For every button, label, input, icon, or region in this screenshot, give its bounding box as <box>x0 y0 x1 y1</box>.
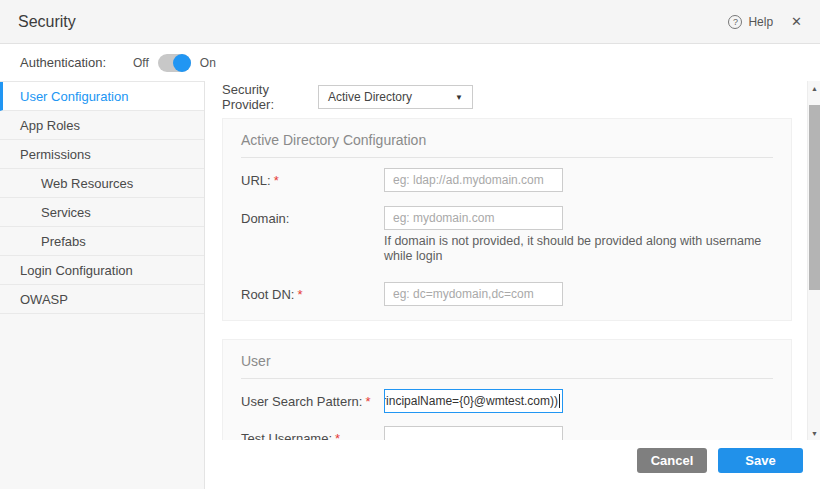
vertical-scrollbar[interactable]: ▲ ▼ <box>807 81 820 440</box>
security-provider-label: Security Provider: <box>222 82 318 112</box>
domain-input[interactable] <box>384 206 563 230</box>
panel-title: User <box>241 340 773 371</box>
toggle-knob <box>173 54 191 72</box>
user-search-pattern-field-row: User Search Pattern:* (userPrincipalName… <box>241 389 773 413</box>
sidebar-item-app-roles[interactable]: App Roles <box>0 111 204 140</box>
scroll-region: Security Provider: Active Directory ▼ Ac… <box>205 81 804 440</box>
required-asterisk: * <box>274 173 279 188</box>
domain-help-text: If domain is not provided, it should be … <box>384 234 773 264</box>
sidebar-item-label: Web Resources <box>41 176 133 191</box>
scrollbar-thumb[interactable] <box>809 105 820 290</box>
help-label: Help <box>748 15 773 29</box>
user-search-pattern-value: (userPrincipalName={0}@wmtest.com)) <box>384 394 558 408</box>
sidebar-item-label: OWASP <box>20 292 68 307</box>
toggle-on-label: On <box>200 56 216 70</box>
test-username-label: Test Username:* <box>241 431 384 441</box>
dialog-body: User Configuration App Roles Permissions… <box>0 81 820 489</box>
sidebar-item-login-configuration[interactable]: Login Configuration <box>0 256 204 285</box>
help-icon: ? <box>728 15 742 29</box>
sidebar-item-permissions[interactable]: Permissions <box>0 140 204 169</box>
main-content: Security Provider: Active Directory ▼ Ac… <box>205 81 820 489</box>
sidebar-item-label: Prefabs <box>41 234 86 249</box>
security-dialog: Security ? Help ✕ Authentication: Off On… <box>0 0 820 489</box>
url-label: URL:* <box>241 173 384 188</box>
domain-label: Domain: <box>241 211 384 226</box>
user-search-pattern-input[interactable]: (userPrincipalName={0}@wmtest.com)) <box>384 389 563 413</box>
sidebar-item-owasp[interactable]: OWASP <box>0 285 204 314</box>
root-dn-input[interactable] <box>384 282 563 306</box>
user-search-pattern-label: User Search Pattern:* <box>241 394 384 409</box>
sidebar-item-label: App Roles <box>20 118 80 133</box>
panel-title: Active Directory Configuration <box>241 119 773 150</box>
save-button[interactable]: Save <box>718 448 803 473</box>
close-icon[interactable]: ✕ <box>791 14 802 29</box>
security-provider-select[interactable]: Active Directory ▼ <box>318 85 473 109</box>
sidebar-item-user-configuration[interactable]: User Configuration <box>0 82 204 111</box>
sidebar-item-label: Services <box>41 205 91 220</box>
url-field-row: URL:* <box>241 168 773 192</box>
header-actions: ? Help ✕ <box>728 14 802 29</box>
scroll-up-icon[interactable]: ▲ <box>808 81 820 95</box>
sidebar-item-label: Login Configuration <box>20 263 133 278</box>
required-asterisk: * <box>297 287 302 302</box>
sidebar-item-web-resources[interactable]: Web Resources <box>0 169 204 198</box>
root-dn-field-row: Root DN:* <box>241 282 773 306</box>
chevron-down-icon: ▼ <box>455 93 463 102</box>
cancel-button[interactable]: Cancel <box>637 448 707 473</box>
test-username-input[interactable] <box>384 426 563 440</box>
sidebar: User Configuration App Roles Permissions… <box>0 81 205 489</box>
domain-field-row: Domain: <box>241 206 773 230</box>
authentication-toggle[interactable] <box>158 54 191 72</box>
authentication-label: Authentication: <box>20 55 106 70</box>
toggle-off-label: Off <box>133 56 149 70</box>
url-input[interactable] <box>384 168 563 192</box>
sidebar-item-prefabs[interactable]: Prefabs <box>0 227 204 256</box>
sidebar-item-label: Permissions <box>20 147 91 162</box>
page-title: Security <box>18 13 76 31</box>
text-cursor <box>559 394 560 408</box>
sidebar-item-label: User Configuration <box>20 89 128 104</box>
security-provider-row: Security Provider: Active Directory ▼ <box>222 85 804 109</box>
security-provider-value: Active Directory <box>328 90 412 104</box>
authentication-row: Authentication: Off On <box>0 44 820 81</box>
test-username-field-row: Test Username:* <box>241 426 773 440</box>
user-panel: User User Search Pattern:* (userPrincipa… <box>222 339 792 440</box>
divider <box>241 157 773 158</box>
active-directory-configuration-panel: Active Directory Configuration URL:* Dom… <box>222 118 792 321</box>
required-asterisk: * <box>335 431 340 441</box>
dialog-header: Security ? Help ✕ <box>0 0 820 44</box>
scroll-down-icon[interactable]: ▼ <box>808 426 820 440</box>
required-asterisk: * <box>365 394 370 409</box>
footer-actions: Cancel Save <box>205 440 820 489</box>
divider <box>241 378 773 379</box>
help-button[interactable]: ? Help <box>728 15 773 29</box>
root-dn-label: Root DN:* <box>241 287 384 302</box>
sidebar-item-services[interactable]: Services <box>0 198 204 227</box>
